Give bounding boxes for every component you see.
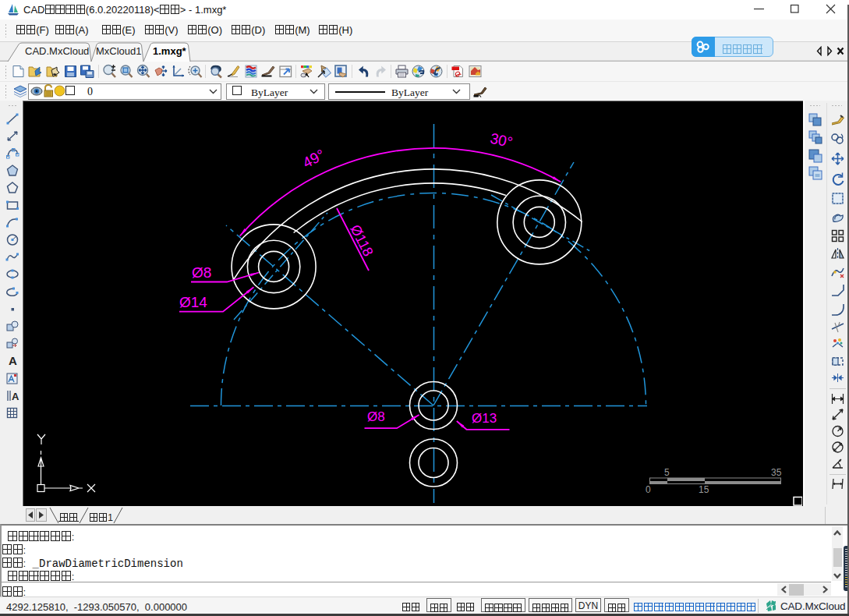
svg-text:A: A [9,354,17,367]
svg-text:5: 5 [664,467,670,478]
svg-text:Ø14: Ø14 [179,294,207,310]
svg-text:0: 0 [646,484,651,495]
svg-text:49°: 49° [300,147,327,172]
svg-text:Ø8: Ø8 [192,264,211,281]
svg-text:30°: 30° [489,130,514,151]
svg-text:Ø8: Ø8 [367,409,385,424]
svg-text:15: 15 [699,484,709,495]
svg-text:Ø13: Ø13 [472,411,497,426]
svg-text:Ø118: Ø118 [347,222,376,259]
svg-text:35: 35 [771,467,782,478]
svg-text:A: A [12,391,19,402]
